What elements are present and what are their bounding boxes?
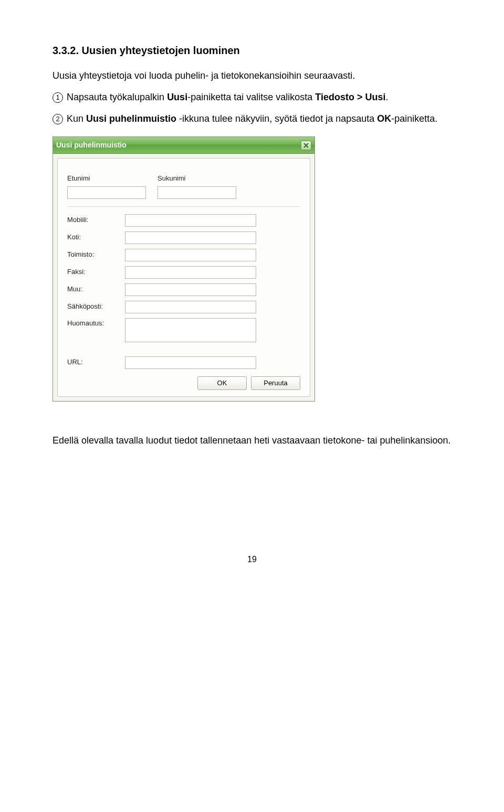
office-label: Toimisto: [67,249,125,260]
step-2-number: 2 [52,114,63,124]
step-1-text-a: Napsauta työkalupalkin [64,92,167,102]
firstname-input[interactable] [67,186,146,199]
dialog-titlebar: Uusi puhelinmuistio [53,137,314,153]
divider [67,206,300,207]
lastname-group: Sukunimi [158,173,236,199]
step-2-text-c: -painiketta. [391,113,437,124]
other-label: Muu: [67,284,125,295]
step-2-text-b: -ikkuna tulee näkyviin, syötä tiedot ja … [176,113,377,124]
mobile-label: Mobiili: [67,215,125,226]
new-phonebook-dialog: Uusi puhelinmuistio Etunimi Sukunimi Mo [52,136,315,401]
home-row: Koti: [67,231,300,244]
note-input[interactable] [125,318,256,342]
url-label: URL: [67,357,125,368]
ok-button[interactable]: OK [197,376,247,390]
row-spacer [67,347,300,356]
note-row: Huomautus: [67,318,300,342]
office-input[interactable] [125,249,256,261]
step-1-number: 1 [52,92,63,103]
email-input[interactable] [125,301,256,313]
url-row: URL: [67,356,300,369]
other-input[interactable] [125,283,256,296]
mobile-input[interactable] [125,214,256,227]
office-row: Toimisto: [67,249,300,261]
step-2-bold-b: OK [377,113,391,124]
note-label: Huomautus: [67,318,125,329]
step-2: 2 Kun Uusi puhelinmuistio -ikkuna tulee … [52,111,452,126]
section-heading: 3.3.2. Uusien yhteystietojen luominen [52,42,452,59]
step-2-bold-a: Uusi puhelinmuistio [86,113,176,124]
close-button[interactable] [301,141,311,150]
email-label: Sähköposti: [67,301,125,312]
step-2-text-a: Kun [64,113,86,124]
lastname-input[interactable] [158,186,236,199]
step-1-bold-b: Tiedosto > Uusi [315,92,385,102]
step-1: 1 Napsauta työkalupalkin Uusi-painiketta… [52,90,452,105]
page-number: 19 [52,553,452,566]
step-1-text-b: -painiketta tai valitse valikosta [187,92,315,102]
home-label: Koti: [67,232,125,243]
other-row: Muu: [67,283,300,296]
dialog-panel: Etunimi Sukunimi Mobiili: Koti: Toimisto… [57,158,310,397]
firstname-label: Etunimi [67,173,146,184]
intro-paragraph: Uusia yhteystietoja voi luoda puhelin- j… [52,68,452,83]
fax-row: Faksi: [67,266,300,279]
firstname-group: Etunimi [67,173,146,199]
mobile-row: Mobiili: [67,214,300,227]
lastname-label: Sukunimi [158,173,236,184]
name-row: Etunimi Sukunimi [67,173,300,199]
url-input[interactable] [125,356,256,369]
fax-label: Faksi: [67,267,125,278]
close-icon [303,143,309,148]
dialog-button-row: OK Peruuta [67,376,300,390]
dialog-body: Etunimi Sukunimi Mobiili: Koti: Toimisto… [53,154,314,401]
outro-paragraph: Edellä olevalla tavalla luodut tiedot ta… [52,433,452,448]
step-1-bold-a: Uusi [167,92,187,102]
email-row: Sähköposti: [67,301,300,313]
home-input[interactable] [125,231,256,244]
fax-input[interactable] [125,266,256,279]
cancel-button[interactable]: Peruuta [251,376,300,390]
step-1-text-c: . [385,92,388,102]
dialog-title: Uusi puhelinmuistio [56,139,127,151]
